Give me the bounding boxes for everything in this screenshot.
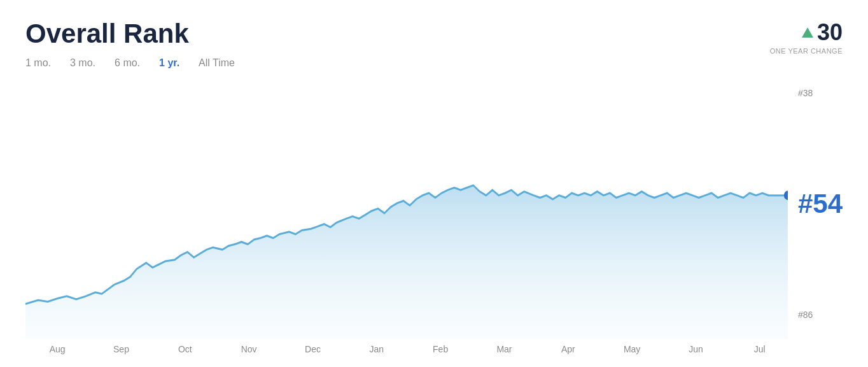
x-label-mar: Mar — [472, 344, 536, 354]
filter-1yr[interactable]: 1 yr. — [159, 57, 179, 69]
x-label-jan: Jan — [345, 344, 409, 354]
x-label-dec: Dec — [281, 344, 344, 354]
x-axis-labels: Aug Sep Oct Nov Dec Jan Feb Mar Apr May … — [25, 339, 792, 354]
rank-current-label: #54 — [798, 191, 843, 217]
time-filters: 1 mo. 3 mo. 6 mo. 1 yr. All Time — [25, 57, 235, 69]
page-container: Overall Rank 1 mo. 3 mo. 6 mo. 1 yr. All… — [0, 0, 868, 367]
chart-main — [25, 75, 788, 339]
year-change-value: 30 — [770, 19, 843, 46]
x-label-feb: Feb — [409, 344, 472, 354]
x-axis: Aug Sep Oct Nov Dec Jan Feb Mar Apr May … — [25, 339, 792, 354]
filter-6mo[interactable]: 6 mo. — [115, 57, 140, 69]
trend-up-icon — [802, 27, 813, 38]
year-change-label: ONE YEAR CHANGE — [770, 47, 843, 55]
x-label-oct: Oct — [153, 344, 217, 354]
chart-area: #38 #54 #86 — [25, 75, 843, 339]
bottom-side-spacer — [792, 339, 843, 354]
page-title: Overall Rank — [25, 19, 235, 48]
x-label-apr: Apr — [536, 344, 600, 354]
x-label-may: May — [600, 344, 664, 354]
filter-1mo[interactable]: 1 mo. — [25, 57, 51, 69]
filter-3mo[interactable]: 3 mo. — [70, 57, 95, 69]
year-change-box: 30 ONE YEAR CHANGE — [770, 19, 843, 55]
left-header: Overall Rank 1 mo. 3 mo. 6 mo. 1 yr. All… — [25, 19, 235, 69]
chart-svg — [25, 75, 788, 339]
rank-bottom-label: #86 — [798, 310, 843, 320]
x-label-nov: Nov — [217, 344, 281, 354]
bottom-section: Aug Sep Oct Nov Dec Jan Feb Mar Apr May … — [25, 339, 843, 354]
chart-area-fill — [25, 185, 788, 339]
year-change-number: 30 — [817, 19, 843, 46]
header-row: Overall Rank 1 mo. 3 mo. 6 mo. 1 yr. All… — [25, 19, 843, 69]
x-label-jul: Jul — [728, 344, 792, 354]
rank-labels: #38 #54 #86 — [788, 75, 843, 339]
x-label-sep: Sep — [89, 344, 153, 354]
x-label-aug: Aug — [25, 344, 89, 354]
filter-alltime[interactable]: All Time — [199, 57, 235, 69]
rank-top-label: #38 — [798, 88, 843, 98]
x-label-jun: Jun — [664, 344, 727, 354]
